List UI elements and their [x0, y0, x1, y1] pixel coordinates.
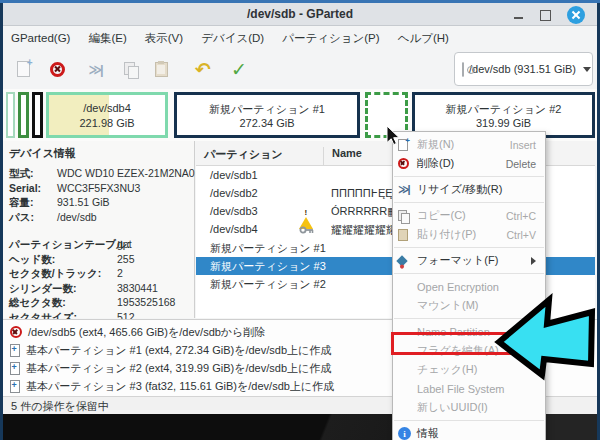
partition-segment-new1[interactable]: 新規パーティション #1 272.34 GiB — [174, 92, 360, 138]
column-header-partition[interactable]: パーティション — [204, 147, 283, 162]
partition-segment-sdb3[interactable] — [32, 92, 43, 138]
plus-glyph: + — [12, 380, 17, 390]
resize-move-icon: ≫| — [88, 62, 101, 77]
partition-cell: /dev/sdb1 — [210, 169, 258, 181]
info-value: /dev/sdb — [57, 210, 97, 225]
minimize-button[interactable] — [511, 7, 527, 23]
menu-separator — [394, 273, 544, 274]
info-icon: i — [398, 427, 417, 440]
info-value: gpt — [117, 237, 132, 252]
menu-item-format[interactable]: フォーマット(F) — [393, 251, 545, 270]
window-title: /dev/sdb - GParted — [3, 7, 597, 21]
menu-item-new[interactable]: + 新規(N) Insert — [393, 135, 545, 154]
menu-separator — [394, 420, 544, 421]
menu-edit[interactable]: 編集(E) — [88, 31, 126, 46]
info-label: パーティションテーブル: — [9, 237, 117, 252]
menu-item-label: リサイズ/移動(R) — [417, 182, 502, 197]
delete-icon — [50, 62, 65, 77]
info-value: 1953525168 — [117, 295, 175, 310]
create-operation-icon: + — [10, 362, 20, 375]
menu-item-label: 新しいUUID(I) — [417, 400, 488, 415]
copy-button[interactable] — [119, 57, 143, 81]
menu-item-resize-move[interactable]: ≫| リサイズ/移動(R) — [393, 180, 545, 199]
apply-button[interactable]: ✓ — [227, 57, 251, 81]
new-partition-button[interactable]: + — [11, 57, 35, 81]
menu-item-label: Label File System — [417, 383, 504, 395]
menu-item-accel: Ctrl+C — [506, 210, 536, 222]
menu-item-mount[interactable]: マウント(M) — [393, 296, 545, 315]
delete-partition-button[interactable] — [45, 57, 69, 81]
partition-segment-sdb2[interactable] — [18, 92, 29, 138]
column-header-name[interactable]: Name — [323, 147, 362, 166]
menu-item-delete[interactable]: 削除(D) Delete — [393, 154, 545, 173]
menu-device[interactable]: デバイス(D) — [201, 31, 264, 46]
menu-view[interactable]: 表示(V) — [145, 31, 183, 46]
warning-icon: ! — [299, 205, 314, 219]
menu-item-label: コピー(C) — [417, 208, 466, 223]
info-label: ヘッド数: — [9, 252, 117, 267]
partition-context-menu: + 新規(N) Insert 削除(D) Delete ≫| リサイズ/移動(R… — [392, 131, 546, 440]
spacer — [9, 224, 188, 237]
menu-separator — [394, 318, 544, 319]
new-partition-icon: + — [17, 61, 30, 77]
menu-item-label-filesystem[interactable]: Label File System — [393, 379, 545, 398]
menu-item-open-encryption[interactable]: Open Encryption — [393, 277, 545, 296]
menu-item-label: 削除(D) — [417, 156, 454, 171]
toolbar: + ≫| ↶ ✓ /dev/sdb (931.51 GiB) — [3, 49, 597, 89]
info-label: 型式: — [9, 166, 57, 181]
menu-item-check[interactable]: チェック(H) — [393, 360, 545, 379]
menu-item-new-uuid[interactable]: 新しいUUID(I) — [393, 398, 545, 417]
resize-move-button[interactable]: ≫| — [83, 57, 107, 81]
device-info-row: Serial:WCC3F5FX3NU3 — [9, 181, 188, 196]
paste-icon — [398, 229, 417, 241]
paste-button[interactable] — [149, 57, 173, 81]
info-label: 総セクタ数: — [9, 295, 117, 310]
plus-glyph: + — [12, 362, 17, 372]
menu-partition[interactable]: パーティション(P) — [282, 31, 379, 46]
device-info-panel: デバイス情報 型式:WDC WD10 EZEX-21M2NA0 Serial:W… — [3, 141, 195, 318]
submenu-arrow-icon — [531, 257, 536, 265]
maximize-button[interactable] — [537, 7, 553, 23]
copy-icon — [398, 210, 417, 222]
partition-segment-sdb1[interactable] — [6, 92, 15, 138]
device-combo[interactable]: /dev/sdb (931.51 GiB) — [454, 52, 593, 86]
close-button[interactable] — [567, 6, 585, 24]
partition-segment-sdb4[interactable]: /dev/sdb4 221.98 GiB — [46, 92, 168, 138]
operation-text: 基本パーティション #2 (ext4, 319.99 GiB)を/dev/sdb… — [26, 361, 331, 376]
operation-text: 基本パーティション #3 (fat32, 115.61 GiB)を/dev/sd… — [26, 379, 334, 394]
menu-item-information[interactable]: i 情報 — [393, 424, 545, 440]
device-info-row: シリンダー数:3830441 — [9, 281, 188, 296]
segment-label: 新規パーティション #1 — [177, 102, 357, 117]
info-mark: i — [398, 427, 411, 440]
undo-button[interactable]: ↶ — [191, 57, 215, 81]
segment-label: /dev/sdb4 — [49, 102, 165, 114]
info-label: セクタ数/トラック: — [9, 266, 117, 281]
menu-gparted[interactable]: GParted(G) — [11, 32, 70, 44]
info-label: パス: — [9, 210, 57, 225]
red-highlight-box — [391, 332, 532, 355]
key-icon — [299, 223, 314, 237]
delete-operation-icon — [10, 326, 22, 338]
screenshot-frame: /dev/sdb - GParted GParted(G) 編集(E) 表示(V… — [0, 0, 600, 440]
menu-item-label: チェック(H) — [417, 362, 477, 377]
info-value: 255 — [117, 252, 135, 267]
menu-item-accel: Insert — [510, 139, 536, 151]
menu-item-paste[interactable]: 貼り付け(P) Ctrl+V — [393, 225, 545, 244]
titlebar[interactable]: /dev/sdb - GParted — [3, 3, 597, 26]
menu-item-copy[interactable]: コピー(C) Ctrl+C — [393, 206, 545, 225]
menu-item-label: 貼り付け(P) — [417, 227, 476, 242]
device-info-row: セクタ数/トラック:2 — [9, 266, 188, 281]
menu-item-label: Open Encryption — [417, 281, 499, 293]
plus-glyph: + — [27, 57, 33, 68]
segment-size: 319.99 GiB — [415, 117, 592, 129]
menu-item-label: フォーマット(F) — [417, 253, 498, 268]
menu-help[interactable]: ヘルプ(H) — [398, 31, 449, 46]
info-value: WCC3F5FX3NU3 — [57, 181, 140, 196]
partition-cell: /dev/sdb4 — [210, 223, 258, 235]
plus-glyph: + — [405, 136, 410, 145]
menu-item-accel: Delete — [506, 158, 536, 170]
info-value: WDC WD10 EZEX-21M2NA0 — [57, 166, 195, 181]
segment-label: 新規パーティション #2 — [415, 102, 592, 117]
resize-move-icon: ≫| — [398, 183, 417, 196]
partition-cell: /dev/sdb3 — [210, 205, 258, 217]
